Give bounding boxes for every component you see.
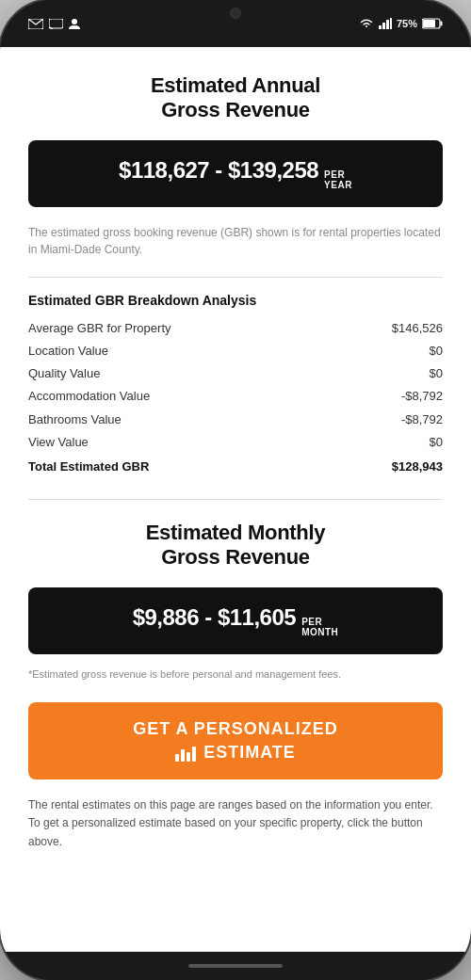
cta-button[interactable]: GET A PERSONALIZED ESTIMATE <box>28 702 443 779</box>
person-icon <box>69 18 80 30</box>
battery-percentage: 75% <box>397 18 417 29</box>
phone-screen[interactable]: Estimated Annual Gross Revenue $118,627 … <box>0 47 471 952</box>
status-right: 75% <box>359 18 443 29</box>
total-label: Total Estimated GBR <box>28 454 333 478</box>
mail-icon <box>28 19 43 29</box>
row-value: $0 <box>333 431 443 454</box>
total-row: Total Estimated GBR $128,943 <box>28 454 443 478</box>
svg-rect-7 <box>390 18 392 29</box>
svg-rect-4 <box>379 25 382 29</box>
battery-icon <box>422 18 443 29</box>
svg-line-2 <box>50 27 53 29</box>
row-label: Location Value <box>28 340 333 362</box>
table-row: Quality Value $0 <box>28 362 443 385</box>
annual-range-value: $118,627 - $139,258 <box>119 157 318 184</box>
row-label: Bathrooms Value <box>28 409 333 431</box>
phone-bottom-bar <box>0 952 471 980</box>
monthly-revenue-box: $9,886 - $11,605 PER MONTH <box>28 587 443 654</box>
closing-text: The rental estimates on this page are ra… <box>28 796 443 851</box>
svg-rect-10 <box>441 22 443 26</box>
row-label: Accommodation Value <box>28 385 333 408</box>
total-value: $128,943 <box>333 454 443 478</box>
breakdown-section: Estimated GBR Breakdown Analysis Average… <box>28 293 443 478</box>
table-row: Location Value $0 <box>28 340 443 362</box>
svg-rect-9 <box>423 20 435 27</box>
svg-rect-1 <box>49 19 63 28</box>
svg-rect-5 <box>382 23 385 29</box>
wifi-icon <box>359 18 374 29</box>
row-label: Average GBR for Property <box>28 317 333 340</box>
row-value: $0 <box>333 340 443 362</box>
monthly-title: Estimated Monthly Gross Revenue <box>28 521 443 570</box>
monthly-revenue-range: $9,886 - $11,605 PER MONTH <box>133 604 339 637</box>
annual-per-label: PER YEAR <box>324 169 352 190</box>
status-left <box>28 18 80 30</box>
top-divider <box>28 277 443 278</box>
camera <box>230 8 241 19</box>
monthly-range-value: $9,886 - $11,605 <box>133 604 297 631</box>
section-divider <box>28 499 443 500</box>
gbr-description: The estimated gross booking revenue (GBR… <box>28 224 443 258</box>
cta-line1: GET A PERSONALIZED <box>133 719 338 739</box>
home-indicator <box>188 964 283 968</box>
row-label: Quality Value <box>28 362 333 385</box>
breakdown-table: Average GBR for Property $146,526 Locati… <box>28 317 443 478</box>
table-row: Average GBR for Property $146,526 <box>28 317 443 340</box>
row-value: -$8,792 <box>333 409 443 431</box>
svg-rect-6 <box>386 20 389 29</box>
monthly-per-label: PER MONTH <box>301 617 338 637</box>
annual-revenue-range: $118,627 - $139,258 PER YEAR <box>119 157 352 190</box>
row-value: $0 <box>333 362 443 385</box>
footnote: *Estimated gross revenue is before perso… <box>28 667 443 682</box>
breakdown-title: Estimated GBR Breakdown Analysis <box>28 293 443 308</box>
table-row: Bathrooms Value -$8,792 <box>28 409 443 431</box>
notch <box>170 0 301 26</box>
phone-frame: 75% Estimated Annual Gross Revenue $118,… <box>0 0 471 980</box>
annual-title: Estimated Annual Gross Revenue <box>28 73 443 123</box>
row-value: $146,526 <box>333 317 443 340</box>
table-row: View Value $0 <box>28 431 443 454</box>
row-value: -$8,792 <box>333 385 443 408</box>
chart-icon <box>175 745 196 762</box>
svg-point-3 <box>72 19 77 24</box>
signal-icon <box>379 18 392 29</box>
row-label: View Value <box>28 431 333 454</box>
status-bar: 75% <box>0 0 471 47</box>
message-icon <box>49 19 63 29</box>
cta-line2: ESTIMATE <box>175 743 296 763</box>
table-row: Accommodation Value -$8,792 <box>28 385 443 408</box>
annual-revenue-box: $118,627 - $139,258 PER YEAR <box>28 140 443 207</box>
